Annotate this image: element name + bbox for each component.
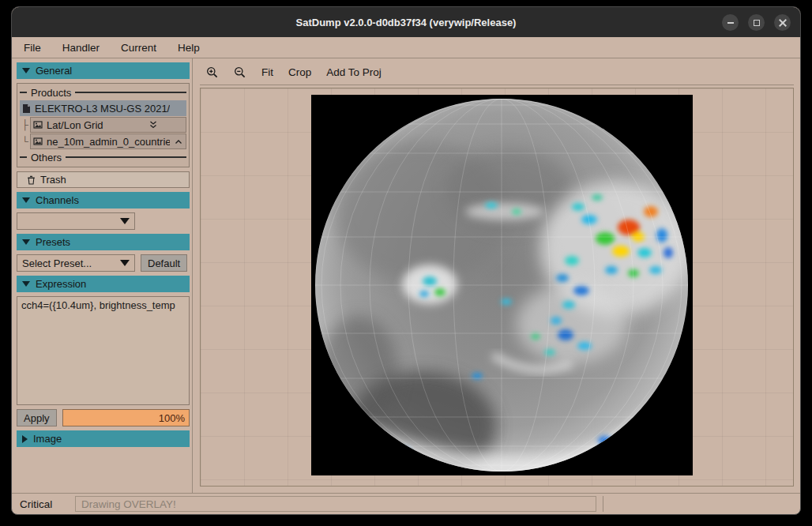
chevron-down-icon bbox=[120, 260, 130, 266]
chevron-up-icon[interactable] bbox=[174, 138, 183, 145]
double-chevron-down-icon[interactable] bbox=[148, 120, 158, 130]
apply-row: Apply 100% bbox=[17, 409, 190, 426]
section-presets[interactable]: Presets bbox=[17, 234, 190, 250]
main-area: Fit Crop Add To Proj bbox=[193, 58, 800, 493]
earth-fulldisk-image bbox=[311, 95, 693, 475]
tree-connector: └ bbox=[20, 133, 30, 149]
section-general[interactable]: General bbox=[17, 62, 190, 79]
image-layer-icon bbox=[33, 120, 43, 130]
triangle-down-icon bbox=[22, 68, 30, 73]
preset-combo[interactable]: Select Preset... bbox=[17, 254, 135, 272]
trash-label: Trash bbox=[40, 174, 66, 186]
tree-row: └ ne_10m_admin_0_countries bbox=[20, 133, 186, 149]
others-separator: Others bbox=[20, 150, 186, 164]
tree-row: ├ Lat/Lon Grid bbox=[20, 117, 186, 133]
status-message-field: Drawing OVERLAY! bbox=[75, 496, 596, 512]
products-label: Products bbox=[31, 87, 71, 99]
products-panel: Products ELEKTRO-L3 MSU-GS 2021/ ├ bbox=[17, 83, 190, 167]
overlay-item-countries[interactable]: ne_10m_admin_0_countries bbox=[30, 133, 186, 149]
expression-input[interactable]: cch4=({10.4um}, brightness_temp bbox=[17, 296, 190, 405]
tree-connector: ├ bbox=[20, 117, 30, 133]
trash-icon bbox=[27, 175, 36, 185]
satellite-image[interactable] bbox=[311, 95, 693, 475]
triangle-down-icon bbox=[22, 239, 30, 245]
triangle-down-icon bbox=[22, 281, 30, 287]
menu-file[interactable]: File bbox=[24, 42, 41, 54]
trash-item[interactable]: Trash bbox=[17, 171, 190, 188]
image-layer-icon bbox=[33, 137, 43, 146]
window-title: SatDump v2.0.0-d0db37f34 (verywip/Releas… bbox=[12, 17, 800, 28]
apply-button[interactable]: Apply bbox=[17, 409, 57, 426]
progress-bar: 100% bbox=[62, 409, 190, 426]
chevron-down-icon bbox=[120, 218, 130, 224]
presets-row: Select Preset... Default bbox=[17, 254, 190, 272]
close-button[interactable] bbox=[774, 14, 791, 31]
menu-help[interactable]: Help bbox=[178, 42, 200, 54]
default-button[interactable]: Default bbox=[141, 254, 187, 272]
status-message: Drawing OVERLAY! bbox=[81, 498, 176, 510]
status-spacer bbox=[603, 496, 795, 512]
minimize-button[interactable] bbox=[722, 14, 739, 31]
fit-button[interactable]: Fit bbox=[261, 66, 273, 78]
progress-label: 100% bbox=[159, 412, 185, 424]
sidebar: General Products ELEKTRO-L3 MSU-GS 2021/… bbox=[12, 58, 193, 493]
status-severity: Critical bbox=[17, 498, 69, 510]
triangle-down-icon bbox=[22, 197, 30, 203]
titlebar[interactable]: SatDump v2.0.0-d0db37f34 (verywip/Releas… bbox=[12, 7, 800, 37]
channels-combo[interactable] bbox=[17, 212, 135, 230]
overlay-item-latlon-grid[interactable]: Lat/Lon Grid bbox=[30, 117, 186, 133]
viewer-toolbar: Fit Crop Add To Proj bbox=[200, 62, 794, 82]
products-separator: Products bbox=[20, 85, 186, 100]
triangle-right-icon bbox=[22, 435, 28, 443]
menu-handler[interactable]: Handler bbox=[62, 42, 100, 54]
window-controls bbox=[722, 14, 791, 31]
overlay-item-label: ne_10m_admin_0_countries bbox=[47, 136, 170, 148]
maximize-button[interactable] bbox=[748, 14, 765, 31]
image-viewer[interactable] bbox=[200, 88, 794, 487]
others-label: Others bbox=[31, 152, 62, 163]
product-item-label: ELEKTRO-L3 MSU-GS 2021/ bbox=[35, 103, 170, 115]
add-to-proj-button[interactable]: Add To Proj bbox=[326, 66, 382, 78]
section-expression-label: Expression bbox=[36, 278, 86, 290]
minimize-icon bbox=[727, 22, 734, 24]
zoom-in-button[interactable] bbox=[206, 66, 219, 79]
section-image-label: Image bbox=[33, 433, 62, 445]
section-image[interactable]: Image bbox=[17, 430, 190, 447]
statusbar: Critical Drawing OVERLAY! bbox=[12, 493, 800, 514]
section-presets-label: Presets bbox=[36, 236, 70, 248]
menubar: File Handler Current Help bbox=[12, 37, 800, 58]
product-item-elektro[interactable]: ELEKTRO-L3 MSU-GS 2021/ bbox=[20, 100, 186, 116]
preset-combo-value: Select Preset... bbox=[22, 257, 117, 269]
file-icon bbox=[22, 103, 31, 114]
section-channels-label: Channels bbox=[36, 194, 79, 206]
menu-current[interactable]: Current bbox=[121, 42, 156, 54]
zoom-out-button[interactable] bbox=[234, 66, 246, 79]
crop-button[interactable]: Crop bbox=[288, 66, 311, 78]
section-expression[interactable]: Expression bbox=[17, 276, 190, 292]
section-general-label: General bbox=[36, 65, 72, 77]
close-icon bbox=[779, 19, 787, 27]
zoom-out-icon bbox=[234, 66, 246, 79]
satdump-window: SatDump v2.0.0-d0db37f34 (verywip/Releas… bbox=[11, 6, 801, 515]
overlay-item-label: Lat/Lon Grid bbox=[47, 119, 103, 131]
section-channels[interactable]: Channels bbox=[17, 192, 190, 209]
toolbar-separator bbox=[200, 85, 794, 85]
zoom-in-icon bbox=[206, 66, 219, 79]
maximize-icon bbox=[754, 20, 760, 26]
